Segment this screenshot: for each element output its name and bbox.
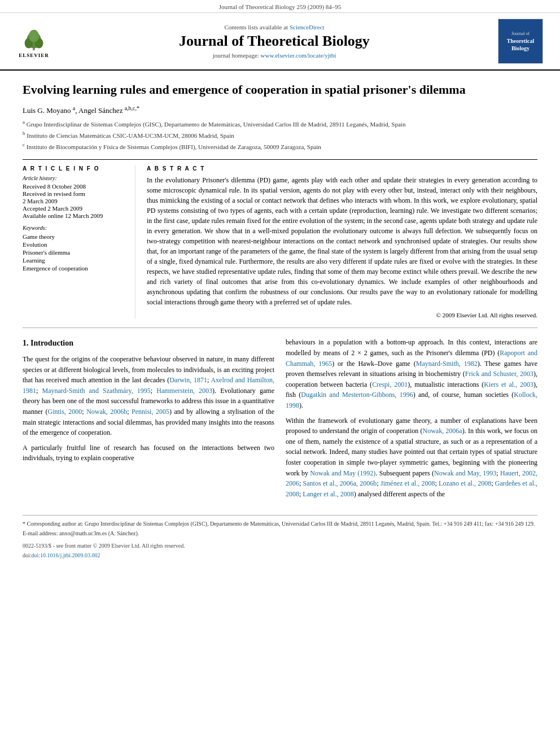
ref-nowak2006b[interactable]: Nowak, 2006b [86, 408, 127, 416]
history-title: Article history: [23, 175, 127, 181]
ref-hammerstein[interactable]: Hammerstein, 2003 [156, 387, 212, 395]
article-info-heading: A R T I C L E I N F O [23, 165, 127, 172]
ref-crespi[interactable]: Crespi, 2001 [372, 381, 408, 388]
keyword-1: Game theory [23, 233, 127, 240]
affil-b: b Instituto de Ciencias Matemáticas CSIC… [23, 130, 537, 140]
history-revised-label: Received in revised form [23, 190, 127, 197]
ref-pennisi[interactable]: Pennisi, 2005 [132, 408, 169, 416]
body-para-1: The quest for the origins of the coopera… [23, 354, 274, 438]
history-revised-date: 2 March 2009 [23, 198, 127, 204]
ref-jimenez[interactable]: Jiménez et al., 2008 [380, 479, 435, 487]
copyright-notice: 0022-5193/$ - see front matter © 2009 El… [23, 542, 537, 550]
ref-langer[interactable]: Langer et al., 2008 [303, 490, 353, 498]
page-container: Journal of Theoretical Biology 259 (2009… [0, 0, 560, 747]
body-left-column: 1. Introduction The quest for the origin… [23, 337, 274, 504]
article-content: Evolving learning rules and emergence of… [0, 71, 560, 570]
ref-santos[interactable]: Santos et al., 2006a, 2006b [303, 479, 377, 487]
section-1-title: 1. Introduction [23, 337, 274, 350]
keyword-4: Learning [23, 257, 127, 264]
contents-available: Contents lists available at ScienceDirec… [51, 24, 498, 30]
affil-c: c Instituto de Biocomputación y Física d… [23, 141, 537, 151]
bottom-copyright: 0022-5193/$ - see front matter © 2009 El… [23, 542, 537, 558]
journal-homepage-link[interactable]: www.elsevier.com/locate/yjtbi [261, 52, 336, 59]
body-right-column: behaviours in a population with a bottom… [286, 337, 537, 504]
elsevier-logo: ELSEVIER [17, 24, 51, 58]
svg-point-4 [29, 30, 39, 42]
history-received: Received 8 October 2008 [23, 183, 127, 190]
ref-dugatkin[interactable]: Dugatkin and Mesterton-Gibbons, 1996 [301, 391, 413, 399]
body-text: 1. Introduction The quest for the origin… [23, 337, 537, 504]
journal-logo-box: Journal of Theoretical Biology [498, 19, 543, 64]
authors: Luis G. Moyano a, Angel Sánchez a,b,c,* [23, 105, 537, 115]
journal-reference: Journal of Theoretical Biology 259 (2009… [219, 3, 342, 10]
logo-title-text: Theoretical Biology [502, 37, 539, 52]
affiliations: a Grupo Interdisciplinar de Sistemas Com… [23, 119, 537, 151]
top-bar: Journal of Theoretical Biology 259 (2009… [0, 0, 560, 13]
doi-line: doi:doi:10.1016/j.jtbi.2009.03.002 [23, 552, 537, 558]
journal-header: ELSEVIER Contents lists available at Sci… [0, 13, 560, 71]
ref-maynard-smith[interactable]: Maynard-Smith, 1982 [416, 360, 478, 368]
affil-a: a Grupo Interdisciplinar de Sistemas Com… [23, 119, 537, 129]
body-para-3: behaviours in a population with a bottom… [286, 337, 537, 410]
ref-kiers[interactable]: Kiers et al., 2003 [484, 381, 533, 388]
history-accepted: Accepted 2 March 2009 [23, 205, 127, 212]
body-para-4: Within the framework of evolutionary gam… [286, 416, 537, 500]
elsevier-tree-icon [20, 29, 47, 51]
keyword-2: Evolution [23, 241, 127, 248]
author-sup-a: a [73, 105, 75, 111]
journal-header-left: ELSEVIER [17, 24, 51, 58]
author-sup-abc: a,b,c,* [125, 105, 139, 111]
ref-gintis[interactable]: Gintis, 2000 [47, 408, 82, 416]
keyword-5: Emergence of cooperation [23, 265, 127, 272]
article-title: Evolving learning rules and emergence of… [23, 82, 537, 98]
section-divider [23, 327, 537, 328]
ref-nowak-may-1992[interactable]: Nowak and May (1992) [310, 469, 375, 477]
footnotes-area: * Corresponding author at: Grupo Interdi… [23, 515, 537, 558]
ref-frick[interactable]: Frick and Schuster, 2003 [465, 370, 533, 378]
logo-journal-text: Journal of [511, 31, 530, 36]
elsevier-text: ELSEVIER [19, 53, 49, 58]
history-online: Available online 12 March 2009 [23, 212, 127, 219]
keyword-3: Prisoner's dilemma [23, 249, 127, 256]
article-info-abstract: A R T I C L E I N F O Article history: R… [23, 159, 537, 318]
sciencedirect-link[interactable]: ScienceDirect [290, 24, 325, 30]
keywords-section: Keywords: Game theory Evolution Prisoner… [23, 225, 127, 272]
ref-nowak2006a[interactable]: Nowak, 2006a [422, 427, 462, 435]
ref-darwin[interactable]: Darwin, 1871 [169, 376, 207, 384]
abstract-copyright: © 2009 Elsevier Ltd. All rights reserved… [147, 312, 537, 318]
keywords-title: Keywords: [23, 225, 127, 231]
journal-homepage: journal homepage: www.elsevier.com/locat… [51, 52, 498, 59]
doi-link[interactable]: doi:10.1016/j.jtbi.2009.03.002 [32, 552, 100, 558]
ref-rapoport[interactable]: Rapoport and Chammah, 1965 [286, 349, 537, 368]
journal-title: Journal of Theoretical Biology [51, 33, 498, 50]
journal-center: Contents lists available at ScienceDirec… [51, 24, 498, 59]
footnote-email: E-mail address: anxo@math.uc3m.es (A. Sá… [23, 530, 537, 538]
abstract-heading: A B S T R A C T [147, 165, 537, 172]
body-para-2: A particularly fruitful line of research… [23, 443, 274, 464]
ref-lozano[interactable]: Lozano et al., 2008 [439, 479, 491, 487]
abstract-column: A B S T R A C T In the evolutionary Pris… [147, 165, 537, 318]
ref-maynard[interactable]: Maynard-Smith and Szathmáry, 1995 [42, 387, 150, 395]
abstract-text: In the evolutionary Prisoner's dilemma (… [147, 175, 537, 307]
footnote-corresponding: * Corresponding author at: Grupo Interdi… [23, 520, 537, 528]
ref-nowak-may-1993[interactable]: Nowak and May, 1993 [434, 469, 496, 477]
article-history: Article history: Received 8 October 2008… [23, 175, 127, 219]
article-info-column: A R T I C L E I N F O Article history: R… [23, 165, 135, 318]
